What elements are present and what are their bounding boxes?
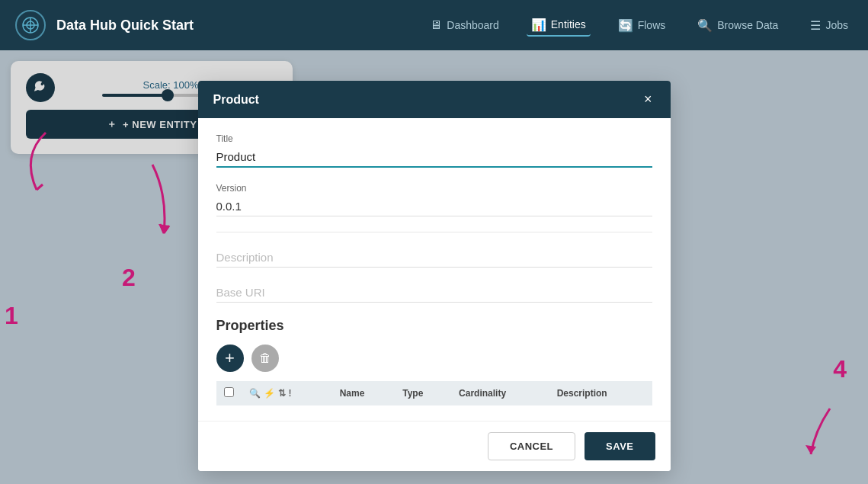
title-field-group: Title (216, 133, 652, 168)
version-field-group: Version (216, 183, 652, 216)
content-area: Scale: 100% ＋ + NEW ENTITY You do tarted… (0, 50, 868, 484)
app-header: Data Hub Quick Start 🖥 Dashboard 📊 Entit… (0, 0, 868, 50)
app-title: Data Hub Quick Start (56, 18, 194, 34)
properties-title: Properties (216, 318, 652, 334)
app-logo (15, 10, 46, 40)
save-button[interactable]: SAVE (585, 432, 655, 460)
description-field-group (216, 248, 652, 268)
select-all-checkbox[interactable] (224, 387, 234, 397)
warn-col-icon: ! (289, 388, 292, 399)
delete-property-button[interactable]: 🗑 (251, 345, 279, 372)
col-description-header: Description (549, 381, 652, 405)
delete-icon: 🗑 (259, 351, 271, 365)
dashboard-icon: 🖥 (430, 18, 442, 32)
cancel-button[interactable]: CANCEL (488, 432, 575, 460)
section-divider-1 (216, 232, 652, 232)
properties-table: 🔍 ⚡ ⇅ ! Name Type Cardinality Descripti (216, 381, 652, 405)
modal-title: Product (213, 93, 259, 107)
flows-icon: 🔄 (618, 18, 633, 33)
add-property-button[interactable]: + (216, 345, 244, 372)
base-uri-field-group (216, 283, 652, 303)
col-icons-header: 🔍 ⚡ ⇅ ! (242, 381, 332, 405)
version-input[interactable] (216, 197, 652, 216)
modal-header: Product × (198, 81, 671, 118)
nav-dashboard[interactable]: 🖥 Dashboard (425, 15, 504, 35)
modal-body: Title Version (198, 118, 671, 421)
jobs-icon: ☰ (810, 18, 821, 33)
nav-jobs[interactable]: ☰ Jobs (806, 15, 853, 36)
product-modal: Product × Title Version (198, 81, 671, 471)
browse-data-icon: 🔍 (697, 18, 713, 33)
search-col-icon: 🔍 (249, 388, 261, 399)
title-label: Title (216, 133, 652, 144)
version-label: Version (216, 183, 652, 194)
col-cardinality-header: Cardinality (451, 381, 549, 405)
nav-flows[interactable]: 🔄 Flows (613, 15, 671, 36)
sort-col-icon: ⇅ (278, 388, 286, 399)
col-checkbox (216, 381, 242, 405)
entities-icon: 📊 (531, 18, 546, 32)
description-input[interactable] (216, 248, 652, 268)
base-uri-input[interactable] (216, 283, 652, 303)
nav-entities[interactable]: 📊 Entities (527, 14, 591, 37)
properties-section: Properties + 🗑 (216, 318, 652, 405)
modal-footer: CANCEL SAVE (198, 421, 671, 471)
modal-overlay: Product × Title Version (0, 50, 868, 484)
add-icon: + (225, 348, 235, 368)
title-input[interactable] (216, 147, 652, 168)
col-name-header: Name (332, 381, 396, 405)
properties-actions: + 🗑 (216, 345, 652, 372)
modal-close-button[interactable]: × (641, 91, 655, 107)
main-nav: 🖥 Dashboard 📊 Entities 🔄 Flows 🔍 Browse … (425, 14, 853, 37)
col-type-header: Type (395, 381, 451, 405)
nav-browse-data[interactable]: 🔍 Browse Data (693, 15, 783, 36)
table-header-row: 🔍 ⚡ ⇅ ! Name Type Cardinality Descripti (216, 381, 652, 405)
bolt-col-icon: ⚡ (264, 388, 275, 399)
